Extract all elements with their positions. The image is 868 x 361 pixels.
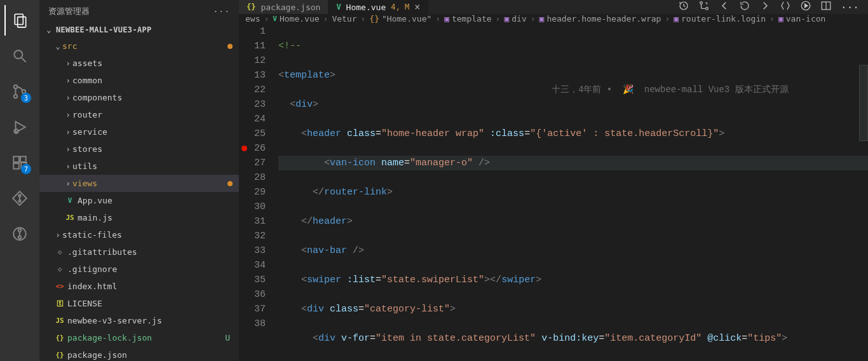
breadcrumb-item[interactable]: ews <box>245 14 260 24</box>
folder-label: stores <box>72 144 239 154</box>
breadcrumb-item[interactable]: VHome.vue <box>273 14 319 24</box>
folder-label: router <box>72 110 239 119</box>
svg-point-17 <box>18 236 21 238</box>
folder-label: assets <box>72 58 239 68</box>
breakpoint-icon[interactable] <box>241 146 247 151</box>
run-debug-icon[interactable] <box>4 112 35 142</box>
explorer-icon[interactable] <box>4 5 35 36</box>
arrow-right-icon[interactable] <box>759 0 771 14</box>
folder-label: src <box>62 41 227 51</box>
svg-point-2 <box>14 50 22 58</box>
tree-file[interactable]: {}package-lock.jsonU <box>39 329 239 346</box>
element-icon: ▣ <box>674 14 679 24</box>
breadcrumb-item[interactable]: ▣template <box>444 14 491 24</box>
breadcrumb-item[interactable]: ▣header.home-header.wrap <box>539 14 661 24</box>
breadcrumb-item[interactable]: ▣router-link.login <box>674 14 766 24</box>
tree-folder-common[interactable]: ›common <box>39 72 239 89</box>
line-number <box>239 331 266 346</box>
breadcrumb-item[interactable]: {}"Home.vue" <box>369 14 431 24</box>
code-editor[interactable]: 1111213222324252627282930313233343536373… <box>239 24 868 361</box>
source-control-icon[interactable]: 3 <box>4 76 35 107</box>
tree-file[interactable]: JSnewbee-v3-server.js <box>39 312 239 329</box>
js-file-icon: JS <box>55 317 64 325</box>
compare-changes-icon[interactable] <box>698 0 710 14</box>
tab-label: Home.vue <box>346 3 386 12</box>
braces-icon: {} <box>369 14 379 24</box>
tree-folder-utils[interactable]: ›utils <box>39 158 239 175</box>
editor-area: {} package.json V Home.vue 4, M × ··· ew… <box>239 0 868 361</box>
arrow-left-icon[interactable] <box>719 0 730 14</box>
chevron-right-icon: › <box>64 179 72 188</box>
json-file-icon: {} <box>55 334 64 342</box>
timeline-icon[interactable] <box>678 0 689 14</box>
tree-folder-src[interactable]: ⌄ src <box>39 37 239 55</box>
svg-point-4 <box>14 85 17 88</box>
tree-file[interactable]: JSmain.js <box>39 209 239 226</box>
vue-file-icon: V <box>273 15 277 23</box>
tab-bar: {} package.json V Home.vue 4, M × ··· <box>239 0 868 14</box>
file-label: static-files <box>62 230 239 240</box>
breadcrumb-item[interactable]: ▣div <box>504 14 526 24</box>
line-number: 32 <box>239 229 266 243</box>
git-graph-icon[interactable] <box>4 183 35 214</box>
tree-file[interactable]: ⚿LICENSE <box>39 295 239 312</box>
svg-marker-22 <box>805 4 808 8</box>
svg-point-13 <box>18 194 20 196</box>
element-icon: ▣ <box>504 14 509 24</box>
gitlens-icon[interactable] <box>4 219 35 249</box>
element-icon: ▣ <box>539 14 545 24</box>
minimap[interactable] <box>859 65 868 141</box>
run-icon[interactable] <box>800 0 811 14</box>
tree-file[interactable]: ›static-files <box>39 226 239 243</box>
json-file-icon: {} <box>247 3 255 11</box>
folder-label: components <box>72 93 239 102</box>
html-file-icon: <> <box>55 282 64 290</box>
scm-badge: 3 <box>21 93 31 103</box>
tree-folder-service[interactable]: ›service <box>39 123 239 140</box>
chevron-right-icon: › <box>496 14 501 24</box>
svg-rect-0 <box>15 14 23 24</box>
tree-file[interactable]: <>index.html <box>39 278 239 295</box>
sidebar-more-icon[interactable]: ··· <box>214 6 230 16</box>
tree-file[interactable]: VApp.vue <box>39 192 239 209</box>
tree-folder-stores[interactable]: ›stores <box>39 140 239 158</box>
revert-icon[interactable] <box>739 0 750 14</box>
breadcrumb-item[interactable]: ▣van-icon <box>778 14 825 24</box>
close-icon[interactable]: × <box>414 1 420 13</box>
tree-file[interactable]: ◇.gitattributes <box>39 243 239 261</box>
sidebar-root[interactable]: ⌄ NEWBEE-MALL-VUE3-APP <box>39 22 239 37</box>
activity-bar: 3 7 <box>0 0 39 361</box>
js-file-icon: JS <box>65 214 74 222</box>
chevron-right-icon: › <box>64 145 72 154</box>
search-icon[interactable] <box>4 41 35 71</box>
tree-file[interactable]: {}package.json <box>39 346 239 361</box>
line-number: 38 <box>239 317 266 331</box>
svg-point-14 <box>18 200 20 202</box>
more-icon[interactable]: ··· <box>841 1 859 13</box>
tab-home-vue[interactable]: V Home.vue 4, M × <box>329 0 428 14</box>
line-number: 33 <box>239 243 266 258</box>
folder-label: views <box>72 179 227 188</box>
breadcrumb-item[interactable]: Vetur <box>332 14 356 24</box>
git-status-letter: U <box>225 333 230 343</box>
key-file-icon: ⚿ <box>57 299 64 308</box>
svg-marker-7 <box>16 121 25 132</box>
tab-package-json[interactable]: {} package.json <box>239 0 329 14</box>
tree-file[interactable]: ◇.gitignore <box>39 261 239 278</box>
line-number: 28 <box>239 170 266 185</box>
line-number: 26 <box>239 141 266 156</box>
line-number: 29 <box>239 185 266 200</box>
svg-point-5 <box>14 95 17 98</box>
split-editor-icon[interactable] <box>820 0 832 14</box>
line-number: 27 <box>239 156 266 170</box>
extensions-icon[interactable]: 7 <box>4 147 35 178</box>
tree-folder-assets[interactable]: ›assets <box>39 55 239 72</box>
tree-folder-views[interactable]: ›views <box>39 175 239 192</box>
diff-icon[interactable] <box>780 0 791 14</box>
code-content[interactable]: <!-- <template> <div> <header class="hom… <box>278 24 868 361</box>
breadcrumbs[interactable]: ews › VHome.vue › Vetur › {}"Home.vue" ›… <box>239 14 868 24</box>
chevron-down-icon: ⌄ <box>44 25 53 34</box>
svg-point-20 <box>706 8 709 10</box>
tree-folder-components[interactable]: ›components <box>39 89 239 106</box>
tree-folder-router[interactable]: ›router <box>39 106 239 123</box>
